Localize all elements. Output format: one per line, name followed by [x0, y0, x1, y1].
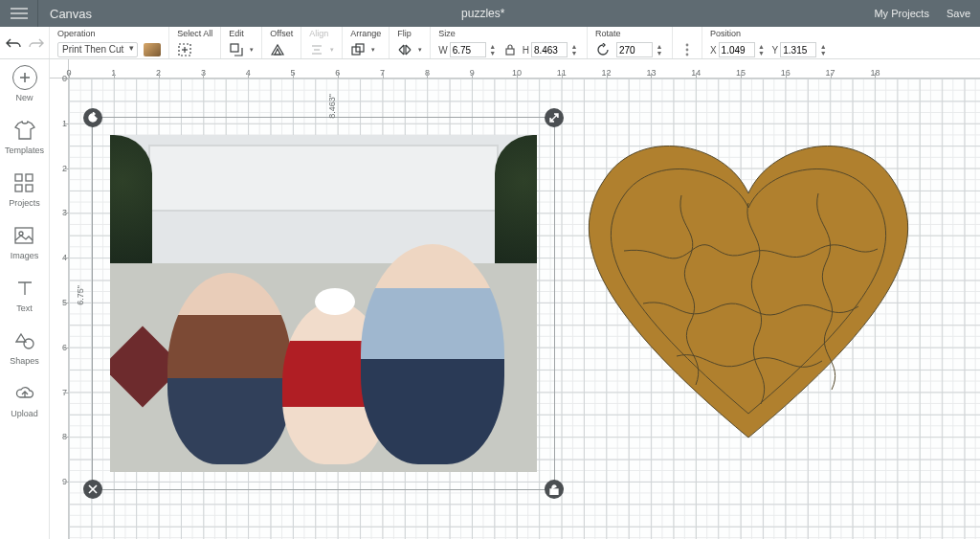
photo-object[interactable]: [110, 135, 537, 472]
grid-icon: [11, 170, 36, 195]
svg-rect-6: [231, 44, 238, 52]
svg-rect-20: [15, 185, 22, 191]
lock-handle[interactable]: [545, 480, 564, 499]
my-projects-link[interactable]: My Projects: [874, 8, 928, 19]
svg-rect-12: [506, 49, 514, 55]
ruler-vertical: 0123456789: [50, 79, 69, 539]
menu-button[interactable]: [0, 0, 38, 27]
arrange-section: Arrange ▾: [343, 27, 390, 58]
upload-icon: [12, 381, 37, 406]
svg-rect-22: [15, 228, 33, 243]
save-button[interactable]: Save: [947, 8, 970, 19]
flip-section: Flip ▾: [390, 27, 431, 58]
svg-rect-21: [26, 185, 33, 191]
size-lock-icon[interactable]: [503, 42, 517, 57]
ruler-horizontal: 0123456789101112131415161718: [69, 59, 980, 79]
rotate-stepper[interactable]: ▲▼: [655, 43, 664, 56]
operation-swatch[interactable]: [144, 43, 161, 56]
left-new[interactable]: New: [12, 65, 37, 102]
align-dropdown: [309, 42, 324, 57]
size-w-stepper[interactable]: ▲▼: [488, 43, 498, 56]
select-all-section: Select All: [169, 27, 221, 58]
sel-height-label: 6.75": [76, 285, 85, 305]
pos-y-stepper[interactable]: ▲▼: [818, 43, 828, 56]
size-section: Size W ▲▼ H ▲▼: [431, 27, 588, 58]
left-upload[interactable]: Upload: [11, 381, 38, 418]
size-h-stepper[interactable]: ▲▼: [569, 43, 579, 56]
scale-handle[interactable]: [545, 108, 564, 127]
edit-dropdown[interactable]: [229, 42, 244, 57]
svg-rect-18: [15, 174, 22, 181]
svg-point-15: [686, 54, 689, 56]
rotate-handle[interactable]: [83, 108, 102, 127]
left-projects[interactable]: Projects: [9, 170, 40, 208]
more-icon[interactable]: [680, 42, 694, 57]
size-w-input[interactable]: [450, 42, 486, 57]
tshirt-icon: [12, 118, 37, 143]
redo-button[interactable]: [29, 35, 44, 51]
rotate-input[interactable]: [616, 42, 653, 57]
svg-rect-19: [26, 174, 33, 181]
rotate-section: Rotate ▲▼: [588, 27, 673, 58]
left-text[interactable]: Text: [12, 276, 37, 313]
pos-x-input[interactable]: [719, 42, 755, 57]
mirror-section: [673, 27, 702, 58]
align-section: Align ▾: [301, 27, 343, 58]
rotate-icon: [595, 42, 611, 57]
edit-toolbar: Operation Print Then Cut Select All Edit…: [0, 27, 980, 59]
heart-puzzle-object[interactable]: [571, 136, 925, 452]
select-all-button[interactable]: [177, 42, 192, 57]
selection-bounds[interactable]: 6.75": [92, 117, 555, 490]
offset-button[interactable]: [270, 42, 285, 57]
svg-rect-27: [550, 489, 558, 495]
operation-section: Operation Print Then Cut: [50, 27, 169, 58]
position-section: Position X ▲▼ Y ▲▼: [702, 27, 835, 58]
canvas[interactable]: 0123456789101112131415161718 0123456789 …: [50, 59, 980, 539]
pos-x-stepper[interactable]: ▲▼: [757, 43, 767, 56]
edit-section: Edit ▾: [221, 27, 262, 58]
undo-button[interactable]: [6, 35, 21, 51]
document-title: puzzles*: [92, 7, 874, 20]
image-icon: [11, 223, 36, 248]
sel-width-label: 8.463": [327, 94, 337, 119]
app-topbar: Canvas puzzles* My Projects Save: [0, 0, 980, 27]
size-h-input[interactable]: [531, 42, 568, 57]
plus-icon: [12, 65, 37, 90]
arrange-dropdown[interactable]: [350, 42, 366, 57]
delete-handle[interactable]: [83, 480, 102, 499]
offset-section: Offset: [262, 27, 301, 58]
flip-dropdown[interactable]: [397, 42, 412, 57]
text-icon: [12, 276, 37, 301]
left-shapes[interactable]: Shapes: [10, 328, 39, 366]
app-title: Canvas: [50, 7, 92, 21]
left-images[interactable]: Images: [11, 223, 39, 260]
left-toolbar: New Templates Projects Images Text Shape…: [0, 59, 50, 539]
svg-point-14: [686, 49, 689, 52]
shapes-icon: [12, 328, 37, 353]
svg-point-13: [686, 44, 689, 47]
operation-select[interactable]: Print Then Cut: [57, 42, 138, 57]
svg-point-24: [24, 339, 33, 348]
pos-y-input[interactable]: [780, 42, 816, 57]
left-templates[interactable]: Templates: [5, 118, 44, 155]
